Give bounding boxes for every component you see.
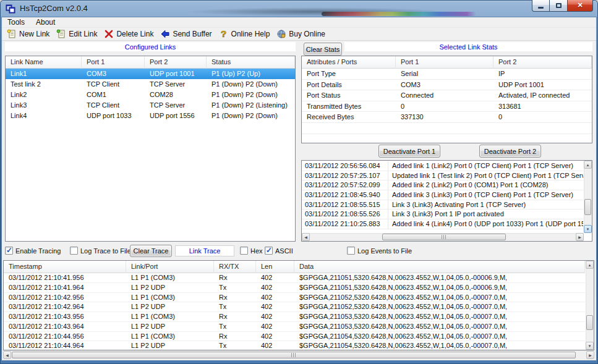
svg-text:?: ? <box>221 29 226 39</box>
menu-about[interactable]: About <box>30 18 61 27</box>
close-button[interactable]: ✕ <box>567 0 593 12</box>
table-row[interactable] <box>302 134 592 143</box>
table-row[interactable]: 03/11/2012 21:10:43.964L1 P2 UDPTx402$GP… <box>4 322 585 332</box>
event-log-vscrollbar[interactable]: ▲ ▼ <box>584 161 592 233</box>
clear-stats-label: Clear Stats <box>306 46 340 53</box>
column-header[interactable]: Attributes / Ports <box>302 56 396 69</box>
column-header[interactable]: Link/Port <box>126 261 214 273</box>
clear-stats-button[interactable]: Clear Stats <box>304 43 342 56</box>
table-row[interactable]: 03/11/2012 21:10:42.964L1 P2 UDPTx402$GP… <box>4 302 585 312</box>
edit-link-button[interactable]: Edit Link <box>54 28 101 40</box>
table-row[interactable]: 03/11/2012 21:08:55.526Link 3 (Link3) Po… <box>302 210 583 219</box>
table-row[interactable]: Link4UDP port 1033UDP port 1556P1 (Down)… <box>6 111 295 121</box>
scroll-grip <box>291 353 297 357</box>
event-log-hscroll-thumb[interactable] <box>382 234 506 240</box>
scroll-up-icon[interactable]: ▲ <box>584 161 592 169</box>
table-row[interactable]: 03/11/2012 21:10:42.956L1 P1 (COM3)Rx402… <box>4 293 585 303</box>
send-buffer-button[interactable]: Send Buffer <box>158 28 216 40</box>
main-hscrollbar[interactable]: ◀ ▶ <box>3 350 594 358</box>
column-header[interactable]: Port 2 <box>145 56 207 69</box>
table-row[interactable]: Port StatusConnectedActivated, IP connec… <box>302 90 592 101</box>
checkbox-box[interactable] <box>347 247 355 255</box>
table-row[interactable]: 03/11/2012 21:10:44.956L1 P1 (COM3)Rx402… <box>4 332 585 342</box>
buy-online-button[interactable]: Buy Online <box>274 28 330 40</box>
column-header[interactable]: Link Name <box>6 56 82 69</box>
table-row[interactable]: Link2COM1COM28P1 (Down) P2 (Down) <box>6 90 295 100</box>
table-row[interactable]: Port DetailsCOM3UDP Port 1001 <box>302 80 592 91</box>
scroll-down-icon[interactable]: ▼ <box>586 342 594 350</box>
trace-table: TimestampLink/PortRX/TXLenData 03/11/201… <box>3 260 594 350</box>
column-header[interactable]: Port 1 <box>82 56 145 69</box>
checkbox-box[interactable] <box>265 247 273 255</box>
deactivate-port2-button[interactable]: Deactivate Port 2 <box>479 145 541 158</box>
new-link-button[interactable]: New Link <box>4 28 54 40</box>
scroll-right-icon[interactable]: ▶ <box>576 233 584 241</box>
maximize-button[interactable] <box>550 0 567 12</box>
trace-vscrollbar[interactable]: ▲ ▼ <box>586 261 594 350</box>
table-row[interactable]: 03/11/2012 21:10:41.964L1 P2 UDPTx402$GP… <box>4 283 585 293</box>
toolbar-button-label: Edit Link <box>69 30 97 38</box>
menu-tools[interactable]: Tools <box>2 18 30 27</box>
ascii-checkbox[interactable]: ASCII <box>265 247 293 255</box>
table-row[interactable]: 03/11/2012 20:56:56.084Added link 1 (Lin… <box>302 161 583 171</box>
column-header[interactable]: Len <box>256 261 294 273</box>
link-stats-columns: Attributes / PortsPort 1Port 2 <box>302 56 592 69</box>
checkbox-box[interactable] <box>5 247 13 255</box>
scroll-left-icon[interactable]: ◀ <box>3 351 11 359</box>
hex-checkbox[interactable]: Hex <box>240 247 263 255</box>
scroll-right-icon[interactable]: ▶ <box>586 351 594 359</box>
scroll-down-icon[interactable]: ▼ <box>584 225 592 233</box>
new-link-icon <box>7 29 17 39</box>
table-row[interactable]: Test link 2TCP ClientTCP ServerP1 (Down)… <box>6 79 295 90</box>
table-row[interactable]: Link1COM3UDP port 1001P1 (Up) P2 (Up) <box>6 69 295 79</box>
enable-tracing-label: Enable Tracing <box>15 247 61 255</box>
log-trace-checkbox[interactable]: Log Trace to File <box>70 247 131 255</box>
trace-vscroll-thumb[interactable] <box>586 315 593 330</box>
maximize-icon <box>556 3 562 8</box>
window-title: HsTcp2Com v2.0.4 <box>20 4 88 13</box>
checkbox-box[interactable] <box>240 247 248 255</box>
clear-trace-label: Clear Trace <box>134 247 169 255</box>
table-row[interactable]: 03/11/2012 21:08:45.940Added link 3 (Lin… <box>302 190 583 200</box>
checkbox-box[interactable] <box>70 247 78 255</box>
table-row[interactable]: Link3TCP ClientTCP ServerP1 (Down) P2 (L… <box>6 100 295 111</box>
table-row[interactable]: Transmitted Bytes0313681 <box>302 101 592 112</box>
main-hscroll-thumb[interactable] <box>12 352 576 358</box>
scroll-grip <box>442 235 447 239</box>
column-header[interactable]: Port 1 <box>396 56 493 69</box>
deactivate-port1-button[interactable]: Deactivate Port 1 <box>378 145 440 158</box>
scroll-left-icon[interactable]: ◀ <box>302 233 310 241</box>
table-row[interactable]: 03/11/2012 21:10:44.964L1 P2 UDPTx402$GP… <box>4 341 585 350</box>
event-log-panel: 03/11/2012 20:56:56.084Added link 1 (Lin… <box>301 160 592 242</box>
toolbar-button-label: Buy Online <box>289 30 325 38</box>
hex-label: Hex <box>250 247 263 255</box>
scroll-up-icon[interactable]: ▲ <box>586 261 594 269</box>
clear-trace-button[interactable]: Clear Trace <box>130 245 172 257</box>
log-events-checkbox[interactable]: Log Events to File <box>347 247 412 255</box>
table-row[interactable]: 03/11/2012 20:57:25.107Updated link 1 (T… <box>302 171 583 181</box>
column-header[interactable]: Status <box>207 56 295 69</box>
column-header[interactable]: Port 2 <box>493 56 592 69</box>
table-row[interactable]: 03/11/2012 21:10:41.956L1 P1 (COM3)Rx402… <box>4 273 585 283</box>
table-row[interactable]: 03/11/2012 21:10:25.883Added link 4 (Lin… <box>302 219 583 229</box>
column-header[interactable]: Data <box>294 261 585 273</box>
enable-tracing-checkbox[interactable]: Enable Tracing <box>5 247 61 255</box>
event-log-vscroll-thumb[interactable] <box>584 199 591 215</box>
column-header[interactable]: RX/TX <box>214 261 256 273</box>
delete-link-button[interactable]: Delete Link <box>101 28 158 40</box>
event-log-hscrollbar[interactable]: ◀ ▶ <box>302 233 584 241</box>
trace-columns: TimestampLink/PortRX/TXLenData <box>4 261 585 273</box>
link-stats-table: Attributes / PortsPort 1Port 2 Port Type… <box>301 56 592 143</box>
table-row[interactable]: 03/11/2012 21:08:55.515Link 3 (Link3) Ac… <box>302 200 583 210</box>
minimize-button[interactable] <box>532 0 550 12</box>
table-row[interactable] <box>302 123 592 134</box>
table-row[interactable]: 03/11/2012 20:57:52.099Added link 2 (Lin… <box>302 180 583 190</box>
column-header[interactable]: Timestamp <box>4 261 126 273</box>
table-row[interactable]: 03/11/2012 21:10:43.956L1 P1 (COM3)Rx402… <box>4 312 585 322</box>
title-bar[interactable]: HsTcp2Com v2.0.4 ✕ <box>0 0 598 17</box>
online-help-button[interactable]: ? Online Help <box>216 28 275 40</box>
configured-links-columns: Link NamePort 1Port 2Status <box>6 56 295 69</box>
table-row[interactable]: Received Bytes3371300 <box>302 112 592 123</box>
table-row[interactable]: Port TypeSerialIP <box>302 69 592 80</box>
titlebar-reflection <box>322 12 476 16</box>
